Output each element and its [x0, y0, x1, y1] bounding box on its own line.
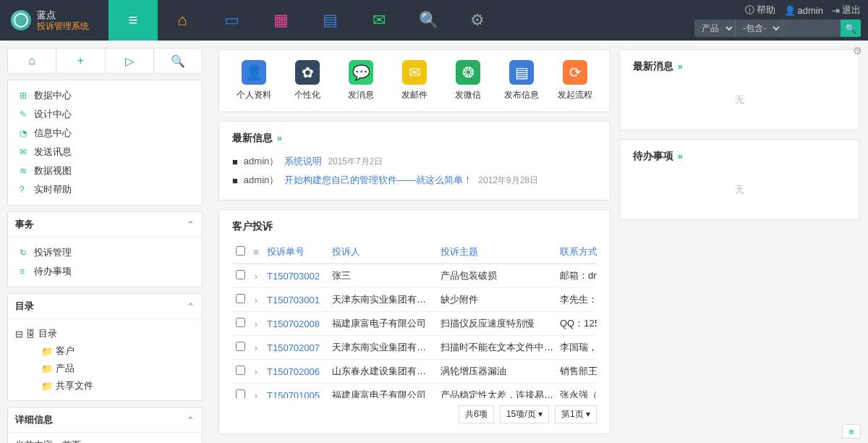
- quick-action[interactable]: ✿个性化: [286, 60, 329, 101]
- search-input[interactable]: [783, 20, 841, 37]
- qa-label: 发起流程: [558, 89, 592, 101]
- toolbar-run-button[interactable]: ▷: [106, 48, 154, 73]
- quick-action[interactable]: ✉发邮件: [393, 60, 436, 101]
- quick-action[interactable]: 💬发消息: [339, 60, 383, 101]
- nav-icon: ◔: [20, 128, 30, 138]
- topnav-apps[interactable]: ▦: [256, 0, 305, 41]
- collapse-icon[interactable]: ⌃: [187, 219, 195, 230]
- nav-label: 待办事项: [34, 265, 72, 278]
- card-title: 最新消息: [633, 60, 673, 73]
- row-checkbox[interactable]: [236, 389, 245, 398]
- pager-per-page[interactable]: 15项/页 ▾: [500, 405, 549, 423]
- logo[interactable]: 蓝点 投诉管理系统: [0, 9, 109, 31]
- topnav-form[interactable]: ▤: [305, 0, 354, 41]
- page-settings-icon[interactable]: ⚙: [853, 45, 862, 56]
- ticket-link[interactable]: T150703002: [267, 271, 320, 282]
- row-checkbox[interactable]: [236, 294, 245, 303]
- table-row[interactable]: ›T150703001天津东南实业集团有限公司缺少附件李先生：1390 3…20…: [232, 288, 597, 312]
- sidebar-item[interactable]: ↻投诉管理: [15, 243, 195, 262]
- user-link[interactable]: 👤 admin: [784, 5, 823, 16]
- quick-action[interactable]: ❂发微信: [446, 60, 490, 101]
- logo-icon: [11, 10, 31, 30]
- topnav-id-card[interactable]: ▭: [207, 0, 256, 41]
- collapse-icon[interactable]: ⌃: [187, 301, 195, 312]
- info-link[interactable]: 开始构建您自己的管理软件——就这么简单！: [284, 174, 472, 187]
- qa-label: 发邮件: [401, 89, 427, 101]
- help-link[interactable]: ⓘ 帮助: [745, 4, 775, 17]
- home-icon: ⌂: [177, 11, 187, 30]
- tree-item[interactable]: 📁 客户: [15, 342, 195, 360]
- sidebar-item[interactable]: ≋数据视图: [15, 161, 195, 180]
- toolbar-home-button[interactable]: ⌂: [8, 48, 56, 73]
- footer-toggle-icon[interactable]: ≡: [842, 424, 861, 439]
- quick-action[interactable]: ▤发布信息: [500, 60, 543, 101]
- tree-item[interactable]: 📁 产品: [15, 360, 195, 377]
- qa-icon: 💬: [349, 60, 373, 85]
- select-all[interactable]: [232, 240, 248, 264]
- table-row[interactable]: ›T150703002张三产品包装破损邮箱：dnsee@…换货、赔偿2015-1…: [232, 264, 597, 288]
- pager-page[interactable]: 第1页 ▾: [555, 405, 597, 423]
- expand-icon[interactable]: ›: [248, 336, 264, 360]
- table-row[interactable]: ›T150702007天津东南实业集团有限公司扫描时不能在文本文件中显示李国瑞，…: [232, 336, 597, 360]
- db-icon: 🗄: [26, 329, 35, 339]
- more-icon[interactable]: »: [678, 151, 683, 161]
- table-row[interactable]: ›T150702008福建康富电子有限公司扫描仪反应速度特别慢QQ：125300…: [232, 312, 597, 336]
- toolbar-add-button[interactable]: +: [56, 48, 105, 73]
- row-checkbox[interactable]: [236, 270, 245, 279]
- nav-icon: ✎: [20, 109, 30, 119]
- ticket-link[interactable]: T150701005: [267, 390, 320, 399]
- topnav-menu[interactable]: ≡: [109, 0, 158, 41]
- column-header[interactable]: 投诉人: [329, 240, 438, 264]
- sidebar-item[interactable]: ?实时帮助: [15, 180, 195, 199]
- ticket-link[interactable]: T150702006: [267, 366, 320, 377]
- toolbar-search-button[interactable]: 🔍: [154, 48, 202, 73]
- expand-icon[interactable]: ›: [248, 288, 264, 312]
- collapse-icon[interactable]: ⌃: [187, 415, 195, 426]
- ticket-link[interactable]: T150702007: [267, 342, 320, 353]
- detail-body: 当前内容：首页: [8, 433, 202, 443]
- row-checkbox[interactable]: [236, 318, 245, 327]
- nav-icon: ✉: [20, 147, 30, 157]
- expand-icon[interactable]: ›: [248, 360, 264, 384]
- sidebar-item[interactable]: ✎设计中心: [15, 105, 195, 124]
- more-icon[interactable]: »: [277, 133, 282, 143]
- catalog-title: 目录: [15, 300, 34, 313]
- chat-icon: ✉: [373, 11, 386, 30]
- table-row[interactable]: ›T150701005福建康富电子有限公司产品稳定性太差，连接易中断张永强（经理…: [232, 384, 597, 399]
- table-row[interactable]: ›T150702006山东春永建设集团有限公司涡轮增压器漏油销售部王经理…换货2…: [232, 360, 597, 384]
- search-field-select[interactable]: 产品: [694, 20, 736, 37]
- topnav-settings[interactable]: ⚙: [453, 0, 502, 41]
- sidebar-item[interactable]: ◔信息中心: [15, 124, 195, 143]
- expand-icon[interactable]: ›: [248, 264, 264, 288]
- expand-icon[interactable]: ›: [248, 312, 264, 336]
- row-checkbox[interactable]: [236, 366, 245, 375]
- ticket-link[interactable]: T150703001: [267, 295, 320, 305]
- menu-icon[interactable]: ≡: [248, 240, 264, 264]
- qa-icon: ⟳: [563, 60, 587, 85]
- expand-icon[interactable]: ›: [248, 384, 264, 399]
- topnav-chat[interactable]: ✉: [354, 0, 404, 41]
- row-checkbox[interactable]: [236, 342, 245, 351]
- search-button[interactable]: 🔍: [841, 20, 861, 37]
- more-icon[interactable]: »: [678, 62, 683, 72]
- logout-link[interactable]: ⇥ 退出: [832, 4, 861, 17]
- search-match-select[interactable]: -包含-: [736, 20, 783, 37]
- column-header[interactable]: 投诉单号: [264, 240, 329, 264]
- nav-label: 信息中心: [34, 127, 72, 140]
- topnav-search[interactable]: 🔍: [404, 0, 453, 41]
- sidebar-item[interactable]: ✉发送讯息: [15, 143, 195, 161]
- tree-item[interactable]: 📁 共享文件: [15, 377, 195, 395]
- sidebar-item[interactable]: ≡待办事项: [15, 262, 195, 281]
- tree-root[interactable]: ⊟ 🗄 目录: [15, 325, 195, 342]
- quick-action[interactable]: ⟳发起流程: [553, 60, 597, 101]
- qa-icon: ❂: [456, 60, 480, 85]
- global-search[interactable]: 产品 -包含- 🔍: [694, 20, 861, 37]
- column-header[interactable]: 投诉主题: [438, 240, 557, 264]
- topnav-home[interactable]: ⌂: [158, 0, 207, 41]
- ticket-link[interactable]: T150702008: [267, 318, 320, 329]
- info-link[interactable]: 系统说明: [284, 155, 322, 168]
- sidebar-item[interactable]: ⊞数据中心: [15, 86, 195, 105]
- nav-label: 发送讯息: [34, 145, 72, 159]
- column-header[interactable]: 联系方式: [557, 240, 597, 264]
- quick-action[interactable]: 👤个人资料: [232, 60, 276, 101]
